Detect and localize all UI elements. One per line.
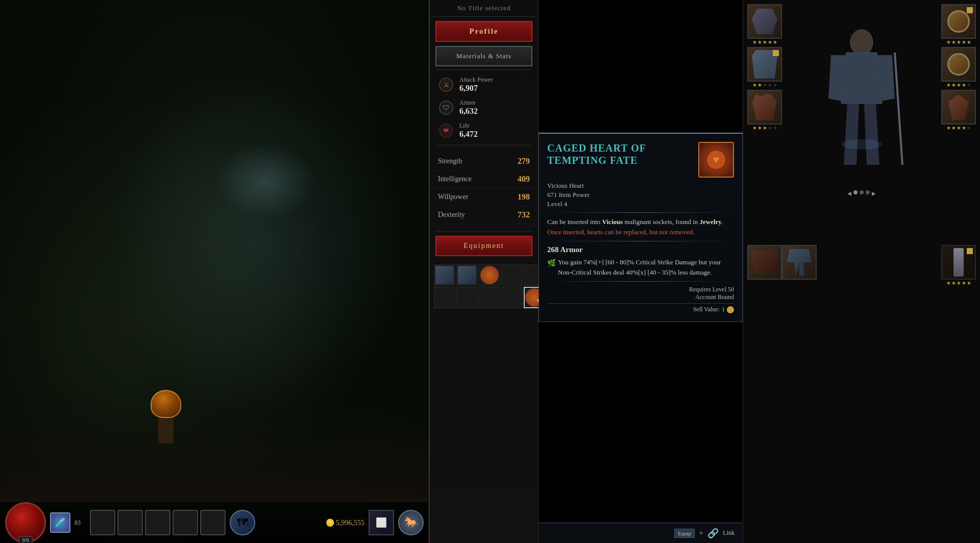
skill-slots bbox=[90, 510, 226, 535]
gold-coin-icon: 🪙 bbox=[326, 519, 334, 527]
desc-vicious: Vicious bbox=[602, 218, 623, 226]
offhand-slot[interactable] bbox=[941, 245, 976, 280]
game-world bbox=[0, 0, 429, 543]
skill-slot-1[interactable] bbox=[90, 510, 115, 535]
account-bound: Account Bound bbox=[547, 293, 734, 301]
equipment-tab-button[interactable]: Equipment bbox=[435, 236, 533, 256]
skill-slot-4[interactable] bbox=[173, 510, 198, 535]
ring2-slot-wrap: ★ ★ ★ ★ ★ bbox=[941, 47, 976, 88]
offhand-slot-wrap: ★ ★ ★ ★ ★ bbox=[941, 245, 976, 286]
equip-col-right: ★ ★ ★ ★ ★ ★ ★ ★ ★ ★ bbox=[941, 4, 976, 131]
inv-slot-3[interactable] bbox=[501, 264, 523, 286]
helm-slot-wrap: ★ ★ ★ ★ ★ bbox=[747, 4, 782, 45]
offhand-badge bbox=[967, 248, 973, 254]
character-model: ◂ ▸ bbox=[800, 4, 923, 198]
life-icon: ❤ bbox=[438, 122, 454, 139]
item-power: 671 Item Power bbox=[547, 191, 734, 199]
nav-dot-1 bbox=[853, 190, 857, 194]
svg-text:♥: ♥ bbox=[713, 153, 719, 166]
amulet-slot[interactable] bbox=[941, 90, 976, 125]
armor-icon: 🛡 bbox=[438, 100, 454, 116]
plus-icon: + bbox=[699, 529, 703, 538]
desc-part1: Can be inserted into bbox=[547, 218, 602, 226]
dexterity-row: Dexterity 732 bbox=[430, 206, 538, 224]
inv-slot-2[interactable] bbox=[479, 264, 500, 286]
stat-divider-1 bbox=[435, 69, 533, 70]
inv-slot-1[interactable] bbox=[456, 264, 478, 286]
profile-button[interactable]: Profile bbox=[435, 21, 533, 42]
requires-level: Requires Level 50 bbox=[547, 286, 734, 293]
pants-slot-wrap bbox=[782, 245, 817, 286]
gold-display: 🪙 5,996,555 bbox=[326, 519, 365, 527]
inv-item-armor-1 bbox=[458, 266, 476, 284]
skill-slot-2[interactable] bbox=[117, 510, 143, 535]
ring1-badge bbox=[967, 7, 973, 13]
gloves-slot-wrap: ★ ★ ★ ★ ★ bbox=[747, 90, 782, 131]
potion-icon[interactable]: 🧪 bbox=[50, 512, 70, 533]
attack-power-value: 6,907 bbox=[459, 84, 530, 93]
inv-item-heart-0 bbox=[480, 266, 499, 284]
helm-slot[interactable] bbox=[747, 4, 782, 39]
left-arrow-icon[interactable]: ◂ bbox=[847, 188, 851, 198]
inv-slot-8[interactable] bbox=[501, 287, 523, 308]
sell-value-row: Sell Value: 1 bbox=[547, 303, 734, 313]
inv-slot-6[interactable] bbox=[456, 287, 478, 308]
offhand-icon bbox=[953, 248, 964, 277]
skill-slot-3[interactable] bbox=[145, 510, 170, 535]
nav-dot-2 bbox=[860, 190, 864, 194]
inventory-grid: ↖ bbox=[430, 260, 538, 312]
helm-stars: ★ ★ ★ ★ ★ bbox=[747, 39, 782, 45]
gloves-icon bbox=[752, 94, 777, 120]
boots-slot-wrap bbox=[747, 245, 782, 286]
light-effect bbox=[214, 143, 316, 219]
life-value: 6,472 bbox=[459, 130, 530, 139]
inv-slot-0[interactable] bbox=[434, 264, 455, 286]
pants-slot[interactable] bbox=[782, 245, 817, 280]
desc-warning: Once inserted, hearts can be replaced, b… bbox=[547, 228, 694, 236]
boots-slot[interactable] bbox=[747, 245, 782, 280]
ring2-slot[interactable] bbox=[941, 47, 976, 82]
materials-stats-button[interactable]: Materials & Stats bbox=[435, 46, 533, 66]
equip-key: Equip bbox=[674, 529, 695, 538]
chain-icon: 🔗 bbox=[707, 528, 719, 539]
attack-power-info: Attack Power 6,907 bbox=[459, 76, 530, 93]
attack-power-row: ⚔ Attack Power 6,907 bbox=[430, 73, 538, 96]
armor-label: Armor bbox=[459, 99, 530, 107]
right-equipment-panel: ★ ★ ★ ★ ★ ★ ★ ★ ★ ★ bbox=[743, 0, 980, 543]
intelligence-label: Intelligence bbox=[438, 175, 472, 183]
gloves-slot[interactable] bbox=[747, 90, 782, 125]
life-info: Life 6,472 bbox=[459, 122, 530, 139]
mount-button[interactable]: 🐎 bbox=[398, 510, 424, 535]
right-arrow-icon[interactable]: ▸ bbox=[872, 188, 876, 198]
map-button[interactable]: 🗺 bbox=[230, 510, 255, 535]
inv-slot-7[interactable] bbox=[479, 287, 500, 308]
bottom-hud: 9/9 🧪 83 🗺 🪙 5,996,555 ⬜ 🐎 bbox=[0, 502, 429, 543]
stat-line: 🌿 You gain 74%[+] [60 - 80]% Critical St… bbox=[547, 257, 734, 277]
inventory-button[interactable]: ⬜ bbox=[369, 510, 394, 535]
ring2-icon bbox=[947, 53, 970, 76]
skill-slot-5[interactable] bbox=[200, 510, 226, 535]
item-level: Level 4 bbox=[547, 200, 734, 208]
stat-divider-3 bbox=[435, 231, 533, 232]
tooltip-header: Caged Heart of Tempting Fate ♥ bbox=[547, 142, 734, 178]
ring1-slot[interactable] bbox=[941, 4, 976, 39]
stats-panel: No Title selected Profile Materials & St… bbox=[429, 0, 538, 543]
sell-label: Sell Value: bbox=[693, 306, 720, 313]
attributes-section: Strength 279 Intelligence 409 Willpower … bbox=[430, 149, 538, 228]
desc-part3: . bbox=[722, 218, 723, 226]
dexterity-label: Dexterity bbox=[438, 211, 465, 219]
armor-stat-header: 268 Armor bbox=[547, 245, 734, 254]
intelligence-row: Intelligence 409 bbox=[430, 170, 538, 188]
armor-row: 🛡 Armor 6,632 bbox=[430, 96, 538, 119]
stat-divider-2 bbox=[435, 145, 533, 145]
tooltip-divider-1 bbox=[547, 212, 734, 213]
link-label[interactable]: Link bbox=[723, 529, 734, 537]
nav-dot-3 bbox=[866, 190, 870, 194]
inv-slot-5[interactable] bbox=[434, 287, 455, 308]
ring2-stars: ★ ★ ★ ★ ★ bbox=[941, 82, 976, 88]
ground-shadow bbox=[0, 400, 429, 502]
ring1-slot-wrap: ★ ★ ★ ★ ★ bbox=[941, 4, 976, 45]
bottom-equip-row: ★ ★ ★ ★ ★ bbox=[743, 243, 980, 288]
chest-slot[interactable] bbox=[747, 47, 782, 82]
willpower-value: 198 bbox=[518, 192, 530, 202]
